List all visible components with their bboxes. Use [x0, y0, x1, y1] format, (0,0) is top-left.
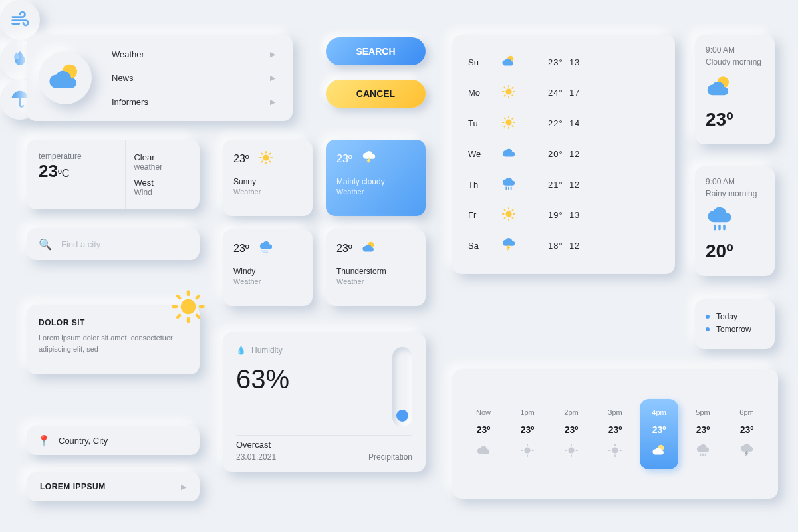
menu-label: Weather — [112, 49, 144, 59]
menu-label: News — [112, 73, 134, 83]
tile-mainly-cloudy[interactable]: 23º Mainly cloudy Weather — [326, 140, 426, 216]
hour-time: 5pm — [696, 408, 710, 416]
hour-temp: 23º — [565, 424, 579, 435]
hourly-forecast: Now 23º 1pm 23º 2pm 23º 3pm 23º 4pm 23º … — [452, 369, 778, 499]
sun-icon — [259, 150, 273, 168]
sun-icon — [501, 84, 548, 101]
slider-knob[interactable] — [396, 410, 408, 422]
hour-temp: 23º — [652, 424, 666, 435]
tile-sublabel: Weather — [233, 277, 302, 285]
sun-icon — [501, 207, 548, 223]
weather-app-icon — [39, 51, 92, 104]
weekly-row[interactable]: Sa 18° 12 — [468, 230, 659, 261]
precipitation-label: Precipitation — [368, 452, 412, 462]
hour-column[interactable]: 2pm 23º — [552, 408, 591, 460]
tab-tomorrow[interactable]: Tomorrow — [706, 325, 764, 334]
weekly-row[interactable]: Fr 19° 13 — [468, 200, 659, 230]
humidity-slider[interactable] — [392, 347, 412, 427]
lorem-button[interactable]: LOREM IPPSUM ▶ — [27, 472, 200, 501]
condition-clear: Clear — [134, 152, 192, 162]
menu-item-news[interactable]: News▶ — [106, 66, 281, 90]
hi-lo: 21° 12 — [548, 180, 659, 190]
weekly-row[interactable]: Th 21° 12 — [468, 169, 659, 200]
rain-grey-icon — [696, 443, 710, 460]
wind-cloud-icon — [259, 240, 273, 257]
hour-column[interactable]: 5pm 23º — [684, 408, 722, 460]
hi-lo: 20° 12 — [548, 149, 659, 159]
lorem-label: LOREM IPPSUM — [40, 482, 106, 491]
search-placeholder: Find a city — [61, 239, 100, 249]
tile-label: Windy — [233, 267, 302, 276]
hour-temp: 23º — [477, 424, 491, 435]
rain-icon — [501, 176, 548, 193]
day-tabs: Today Tomorrow — [695, 299, 775, 349]
menu-item-weather[interactable]: Weather▶ — [106, 43, 281, 66]
weekly-row[interactable]: Tu 22° 14 — [468, 108, 659, 138]
humidity-value: 63% — [236, 364, 412, 394]
condition-sub: weather — [134, 162, 192, 172]
hour-temp: 23º — [696, 424, 710, 435]
tab-today[interactable]: Today — [706, 312, 764, 321]
weekly-forecast: Su 23° 13Mo 24° 17Tu 22° 14We 20° 12Th 2… — [452, 35, 675, 274]
info-body: Lorem ipsum dolor sit amet, consectetuer… — [39, 332, 188, 354]
hour-temp: 23º — [740, 424, 754, 435]
temp-value: 23º — [706, 109, 764, 130]
desc-label: Rainy morning — [706, 189, 764, 198]
search-button-label: SEARCH — [356, 46, 395, 57]
desc-label: Cloudy morning — [706, 57, 764, 66]
hour-time: 3pm — [608, 408, 622, 416]
storm-grey-icon — [739, 443, 754, 460]
rainy-morning-card: 9:00 AM Rainy morning 20º — [695, 166, 775, 276]
info-title: DOLOR SIT — [39, 318, 188, 327]
weekly-row[interactable]: Su 23° 13 — [468, 47, 659, 77]
tile-temp: 23º — [336, 243, 352, 255]
dot-icon — [706, 315, 710, 319]
tile-label: Thunderstorm — [336, 267, 415, 276]
search-icon: 🔍 — [39, 238, 52, 251]
cloudy-morning-card: 9:00 AM Cloudy morning 23º — [695, 35, 775, 144]
tile-windy[interactable]: 23º Windy Weather — [223, 229, 313, 306]
location-field[interactable]: 📍 Country, City — [27, 426, 200, 455]
sun-icon — [501, 115, 548, 132]
tile-temp: 23º — [233, 243, 249, 255]
cancel-button-label: CANCEL — [356, 88, 395, 99]
tile-label: Sunny — [233, 177, 302, 186]
wind-button[interactable] — [0, 0, 40, 40]
chevron-right-icon: ▶ — [270, 98, 275, 106]
search-input[interactable]: 🔍 Find a city — [27, 228, 200, 260]
hour-column[interactable]: 4pm 23º — [640, 399, 678, 469]
chevron-right-icon: ▶ — [270, 50, 275, 59]
menu-label: Informers — [112, 97, 148, 107]
hour-column[interactable]: 1pm 23º — [508, 408, 547, 460]
sun-grey-icon — [608, 443, 622, 460]
chevron-right-icon: ▶ — [181, 483, 186, 491]
hour-column[interactable]: 3pm 23º — [596, 408, 634, 460]
location-text: Country, City — [59, 436, 108, 446]
hour-time: 4pm — [652, 408, 666, 416]
weekly-row[interactable]: Mo 24° 17 — [468, 77, 659, 108]
hour-time: Now — [476, 408, 491, 416]
cancel-button[interactable]: CANCEL — [326, 80, 426, 108]
partly-cloudy-icon — [652, 443, 666, 460]
tile-sublabel: Weather — [233, 188, 302, 196]
partly-cloudy-icon — [706, 73, 764, 104]
hour-time: 2pm — [564, 408, 578, 416]
partly-cloudy-icon — [501, 54, 548, 70]
hour-column[interactable]: Now 23º — [464, 408, 503, 460]
day-label: Sa — [468, 241, 501, 251]
hour-column[interactable]: 6pm 23º — [728, 408, 766, 460]
storm-icon — [362, 150, 376, 168]
overcast-label: Overcast — [236, 440, 276, 450]
tile-temp: 23º — [336, 153, 352, 165]
partly-cloudy-icon — [362, 240, 376, 257]
condition-sub: Wind — [134, 188, 192, 197]
menu-item-informers[interactable]: Informers▶ — [106, 90, 281, 114]
sun-grey-icon — [520, 443, 535, 460]
weekly-row[interactable]: We 20° 12 — [468, 138, 659, 169]
hi-lo: 19° 13 — [548, 210, 659, 220]
search-button[interactable]: SEARCH — [326, 37, 426, 65]
tile-sunny[interactable]: 23º Sunny Weather — [223, 140, 313, 216]
tile-thunderstorm[interactable]: 23º Thunderstorm Weather — [326, 229, 426, 306]
tile-sublabel: Weather — [336, 188, 415, 196]
tab-label: Today — [716, 312, 737, 321]
